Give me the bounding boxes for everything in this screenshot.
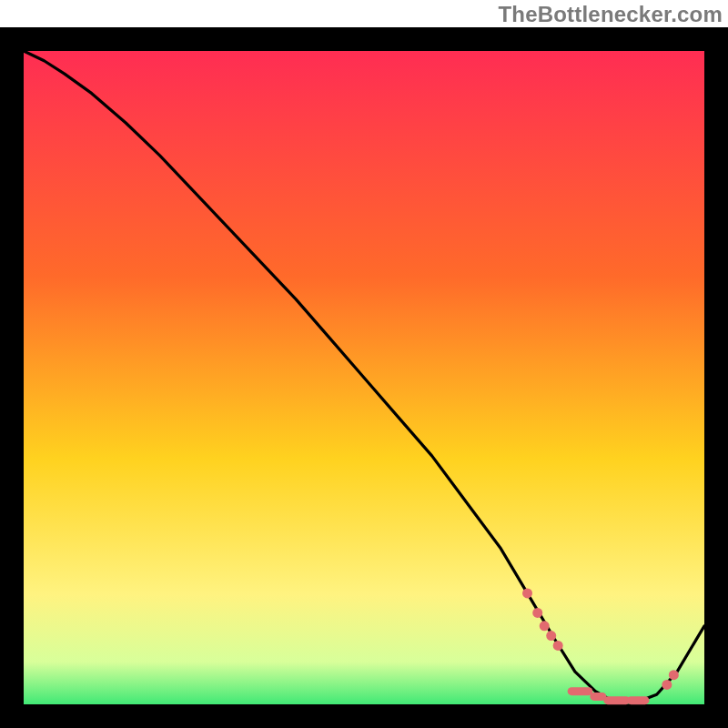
- curve-marker: [662, 680, 672, 690]
- chart-container: [0, 27, 728, 728]
- curve-marker: [546, 631, 556, 641]
- bottleneck-chart: [0, 27, 728, 728]
- curve-marker: [669, 670, 679, 680]
- curve-marker: [532, 608, 542, 618]
- curve-marker: [553, 641, 563, 651]
- watermark-text: TheBottlenecker.com: [498, 2, 723, 27]
- curve-marker: [522, 588, 532, 598]
- curve-marker: [540, 621, 550, 631]
